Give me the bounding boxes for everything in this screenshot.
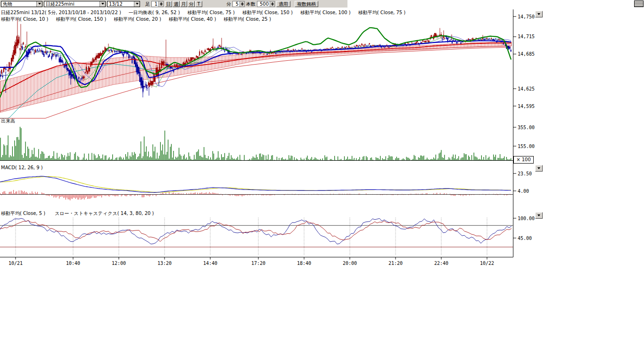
legend-item: 移動平均( Close, 75 ) [188, 10, 235, 15]
legend-item: 一目均衡表( 9, 26, 52 ) [129, 10, 180, 15]
main-panel-menu-button[interactable] [535, 11, 543, 17]
svg-text:13:20: 13:20 [157, 261, 172, 266]
svg-text:14:40: 14:40 [203, 261, 217, 266]
legend-item: 移動平均( Close, 25 ) [223, 16, 271, 22]
svg-text:355.00: 355.00 [518, 125, 535, 130]
svg-text:17:20: 17:20 [251, 261, 265, 266]
legend-item: 移動平均( Close, 40 ) [169, 16, 216, 22]
svg-text:10:40: 10:40 [66, 261, 80, 266]
legend-item: 日経225mini 13/12( 5分, 2013/10/18 - 2013/1… [1, 10, 121, 15]
svg-text:4.00: 4.00 [518, 189, 529, 194]
legend-item: 移動平均( Close, 150 ) [242, 10, 293, 15]
svg-text:18:40: 18:40 [297, 261, 311, 266]
svg-text:14,625: 14,625 [518, 86, 535, 91]
stoch-ma-label: 移動平均( Close, 5 ) [1, 211, 45, 216]
svg-text:14,595: 14,595 [518, 104, 535, 109]
legend-item: 移動平均( Close, 150 ) [56, 16, 106, 22]
macd-panel-label: MACD( 12, 26, 9 ) [1, 165, 43, 171]
volume-panel-label: 出来高 [1, 118, 15, 124]
main-chart-legend-line2: 移動平均( Close, 10 )移動平均( Close, 150 )移動平均(… [1, 16, 279, 22]
svg-text:10/22: 10/22 [480, 261, 494, 266]
svg-text:14,715: 14,715 [518, 34, 535, 39]
svg-text:22:40: 22:40 [434, 261, 448, 266]
trading-chart-app: 14,75014,71514,68514,62514,595355.00155.… [0, 0, 644, 362]
svg-text:12:00: 12:00 [112, 261, 126, 266]
legend-item: 移動平均( Close, 100 ) [300, 10, 351, 15]
chart-canvas: 14,75014,71514,68514,62514,595355.00155.… [0, 0, 547, 283]
svg-text:23.50: 23.50 [518, 171, 532, 176]
svg-text:155.00: 155.00 [518, 144, 535, 149]
main-chart-legend-line1: 日経225mini 13/12( 5分, 2013/10/18 - 2013/1… [1, 10, 413, 16]
svg-text:10/21: 10/21 [8, 261, 23, 266]
svg-text:100.00: 100.00 [518, 216, 535, 221]
macd-panel-menu-button[interactable] [535, 165, 543, 172]
scrollbar-grip[interactable] [634, 0, 644, 7]
svg-text:20:00: 20:00 [343, 261, 357, 266]
stoch-panel-menu-button[interactable] [535, 212, 543, 219]
legend-item: 移動平均( Close, 75 ) [358, 10, 405, 15]
svg-text:14,685: 14,685 [518, 51, 535, 57]
svg-text:21:20: 21:20 [388, 261, 403, 266]
svg-text:45.00: 45.00 [518, 236, 532, 241]
stoch-indicator-label: スロー・ストキャスティクス( 14, 3, 80, 20 ) [55, 211, 154, 216]
stoch-panel-labels: 移動平均( Close, 5 )スロー・ストキャスティクス( 14, 3, 80… [1, 211, 163, 216]
svg-text:14,750: 14,750 [518, 14, 535, 19]
legend-item: 移動平均( Close, 20 ) [114, 16, 161, 22]
volume-multiplier-box: × 100 [513, 156, 534, 164]
legend-item: 移動平均( Close, 10 ) [1, 16, 48, 22]
